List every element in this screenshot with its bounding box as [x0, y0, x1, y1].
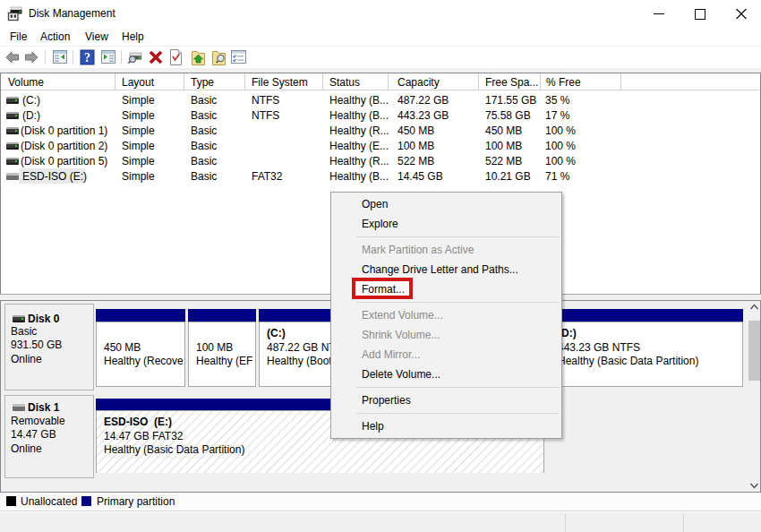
svg-text:?: ? — [84, 51, 90, 64]
